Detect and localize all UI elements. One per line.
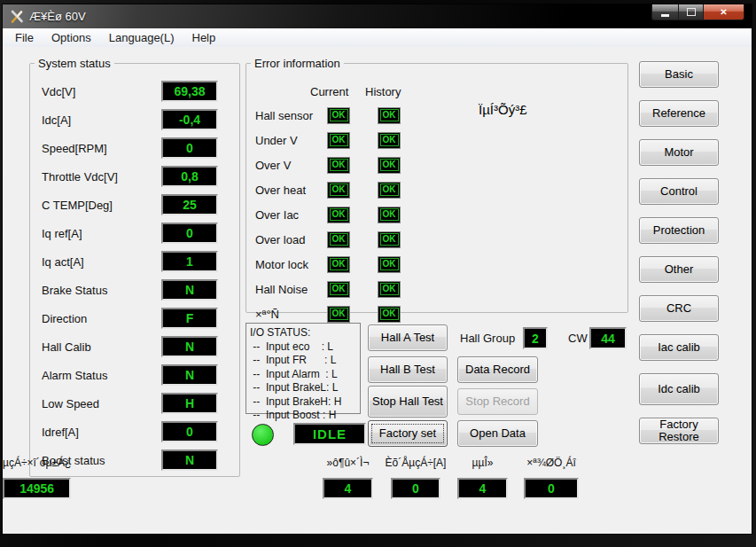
hall-group-label: Hall Group [460, 332, 515, 345]
current-status-badge: OK [327, 157, 350, 174]
menu-item[interactable]: Options [43, 29, 100, 46]
status-value-display: -0,4 [161, 109, 218, 130]
status-value-display: N [161, 449, 218, 471]
status-label: Idc[A] [42, 113, 71, 127]
status-row: Iq act[A] 1 [42, 251, 218, 272]
telemetry-display: 14956 [3, 478, 71, 499]
status-row: Direction F [42, 308, 218, 329]
nav-button[interactable]: Factory Restore [639, 418, 719, 444]
error-row: Over V OK OK [246, 152, 627, 177]
history-status-badge: OK [378, 207, 401, 223]
maximize-button[interactable] [679, 4, 703, 20]
system-status-title: System status [35, 57, 114, 70]
status-row: Idref[A] 0 [42, 421, 218, 442]
current-status-badge: OK [327, 207, 350, 223]
telemetry-display: 4 [323, 478, 373, 499]
telemetry-column: ×ª¾ØÖ¸Áî 0 [524, 457, 579, 499]
status-label: Low Speed [42, 397, 99, 410]
close-button[interactable]: ✕ [703, 4, 744, 20]
status-value-display: 0 [161, 421, 218, 442]
status-value-display: F [161, 308, 218, 329]
status-value-display: N [161, 336, 218, 357]
system-status-group: System status Vdc[V] 69,38 Idc[A] -0,4 [29, 57, 240, 477]
status-row: C TEMP[Deg] 25 [42, 194, 218, 215]
titlebar[interactable]: Æ¥Èø 60V ✕ [3, 4, 752, 28]
history-status-badge: OK [378, 256, 401, 273]
nav-button[interactable]: Basic [639, 61, 719, 88]
status-label: Iq act[A] [42, 255, 84, 269]
error-row: Motor lock OK OK [246, 252, 627, 277]
error-info-title: Error information [251, 57, 344, 70]
error-label: Hall sensor [255, 109, 327, 122]
error-label: Over V [255, 159, 327, 172]
data-record-button[interactable]: Data Record [457, 356, 538, 383]
telemetry-label: µçÁ÷×î´óµ±Á¿ [3, 457, 71, 471]
telemetry-display: 4 [457, 478, 508, 499]
error-label: Over heat [255, 184, 327, 197]
window-controls: ✕ [651, 4, 744, 20]
status-value-display: 0 [161, 137, 218, 159]
telemetry-column: Èõ´ÅµçÁ÷[A] 0 [391, 457, 440, 499]
nav-button[interactable]: Control [639, 178, 719, 205]
status-label: Alarm Status [42, 369, 107, 382]
stop-record-button: Stop Record [457, 388, 538, 415]
error-label: Hall Noise [255, 283, 327, 296]
error-row: Over load OK OK [246, 227, 627, 252]
status-row: Hall Calib N [42, 336, 218, 357]
telemetry-column: µçÁ÷×î´óµ±Á¿ 14956 [3, 457, 71, 499]
error-row: Over Iac OK OK [246, 202, 627, 227]
menu-bar: FileOptionsLanguage(L)Help [3, 28, 752, 48]
status-label: Brake Status [42, 284, 107, 297]
telemetry-label: Èõ´ÅµçÁ÷[A] [386, 457, 447, 471]
open-data-button[interactable]: Open Data [457, 420, 538, 447]
hall-group-display: 2 [523, 327, 548, 349]
status-value-display: H [161, 393, 218, 414]
status-label: Speed[RPM] [42, 142, 107, 155]
status-row: Vdc[V] 69,38 [42, 81, 218, 102]
error-label: Under V [255, 134, 327, 147]
nav-button[interactable]: Other [639, 256, 719, 283]
client-area: System status Vdc[V] 69,38 Idc[A] -0,4 [3, 47, 752, 534]
error-label: Over load [255, 233, 327, 246]
nav-button[interactable]: Motor [639, 139, 719, 166]
io-status-line: -- Input Boost : H [250, 409, 360, 423]
current-status-badge: OK [327, 281, 350, 298]
status-value-display: 25 [161, 194, 218, 215]
cw-display: 44 [589, 327, 627, 349]
nav-button[interactable]: Idc calib [639, 373, 719, 405]
nav-button[interactable]: Iac calib [639, 334, 719, 361]
tools-icon [10, 10, 24, 24]
error-label: Over Iac [255, 208, 327, 222]
status-row: Low Speed H [42, 393, 218, 414]
telemetry-label: ×ª¾ØÖ¸Áî [526, 457, 575, 471]
app-window: Æ¥Èø 60V ✕ FileOptionsLanguage(L)Help Sy… [2, 4, 752, 535]
io-status-line: -- Input Alarm : L [250, 368, 360, 382]
stop-hall-test-button[interactable]: Stop Hall Test [368, 386, 448, 418]
history-status-badge: OK [378, 281, 401, 298]
telemetry-display: 0 [524, 478, 579, 499]
telemetry-column: »ô¶û×´Ì¬ 4 [323, 457, 373, 499]
history-status-badge: OK [378, 231, 401, 248]
status-value-display: 0,8 [161, 166, 218, 187]
nav-button[interactable]: Protection [639, 217, 719, 244]
factory-set-button[interactable]: Factory set [368, 420, 448, 447]
error-info-group: Error information Current History ÏµÍ³Õý… [246, 57, 628, 313]
history-status-badge: OK [378, 182, 401, 199]
menu-item[interactable]: Help [183, 29, 225, 46]
io-status-box: I/O STATUS: -- Input eco : L -- Input FR… [246, 323, 361, 414]
telemetry-label: »ô¶û×´Ì¬ [327, 457, 370, 471]
history-status-badge: OK [378, 132, 401, 149]
menu-item[interactable]: Language(L) [100, 29, 183, 46]
hall-a-test-button[interactable]: Hall A Test [368, 324, 448, 351]
status-label: Direction [42, 312, 87, 325]
minimize-button[interactable] [651, 4, 679, 20]
nav-button[interactable]: CRC [639, 295, 719, 322]
hall-b-test-button[interactable]: Hall B Test [368, 356, 448, 383]
status-value-display: N [161, 279, 218, 301]
status-value-display: 1 [161, 251, 218, 272]
menu-item[interactable]: File [6, 29, 43, 46]
nav-button[interactable]: Reference [639, 100, 719, 127]
status-label: Iq ref[A] [42, 227, 82, 240]
status-row: Speed[RPM] 0 [42, 137, 218, 159]
telemetry-display: 0 [391, 478, 440, 499]
